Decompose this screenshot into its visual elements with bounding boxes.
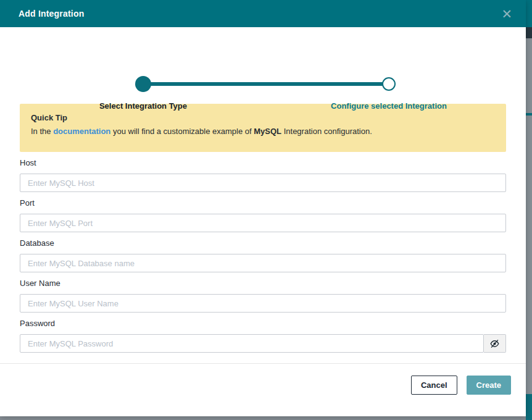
step-1-label: Select Integration Type [44, 101, 242, 111]
step-2-label: Configure selected Integration [290, 101, 488, 111]
quick-tip-title: Quick Tip [31, 113, 495, 122]
step-2-dot-active[interactable] [382, 77, 396, 91]
quick-tip-banner: Quick Tip In the documentation you will … [20, 104, 506, 152]
database-input[interactable] [20, 254, 506, 272]
add-integration-modal: Add Integration ✕ Select Integration Typ… [0, 0, 526, 416]
create-button[interactable]: Create [467, 376, 511, 395]
host-label: Host [20, 158, 506, 168]
port-label: Port [20, 198, 506, 208]
host-field-group: Host [20, 158, 506, 192]
database-label: Database [20, 238, 506, 248]
cancel-button[interactable]: Cancel [411, 376, 457, 395]
tip-text-before: In the [31, 127, 53, 136]
background-bottom-strip [526, 394, 532, 420]
username-field-group: User Name [20, 279, 506, 313]
tip-text-middle: you will find a customizable example of [110, 127, 254, 136]
username-input[interactable] [20, 294, 506, 313]
background-page-edge [526, 0, 532, 420]
username-label: User Name [20, 279, 506, 288]
background-accent-line [526, 113, 532, 116]
password-input[interactable] [20, 334, 484, 353]
stepper-track [143, 82, 389, 86]
stepper: Select Integration Type Configure select… [0, 27, 526, 104]
modal-header: Add Integration ✕ [0, 0, 526, 27]
modal-footer: Cancel Create [0, 364, 526, 395]
documentation-link[interactable]: documentation [53, 127, 110, 136]
password-field-group: Password [20, 319, 506, 353]
port-field-group: Port [20, 198, 506, 232]
background-dark-strip [526, 27, 532, 38]
password-label: Password [20, 319, 506, 329]
tip-mysql-bold: MySQL [254, 127, 281, 136]
password-visibility-toggle[interactable] [484, 334, 506, 353]
database-field-group: Database [20, 238, 506, 272]
step-1-dot-complete[interactable] [135, 76, 151, 92]
host-input[interactable] [20, 174, 506, 192]
tip-text-end: Integration configuration. [281, 127, 372, 136]
background-header-strip [526, 0, 532, 27]
integration-form: Host Port Database User Name Password [0, 158, 526, 353]
port-input[interactable] [20, 214, 506, 232]
close-icon[interactable]: ✕ [499, 6, 515, 22]
modal-title: Add Integration [19, 9, 84, 19]
eye-off-icon [490, 339, 499, 348]
quick-tip-text: In the documentation you will find a cus… [31, 126, 495, 137]
